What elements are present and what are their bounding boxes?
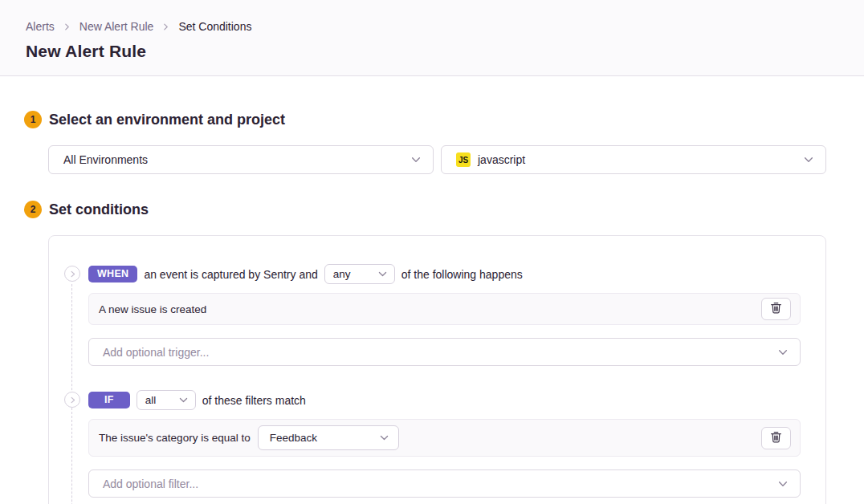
delete-trigger-button[interactable]	[761, 298, 791, 320]
when-match-value: any	[333, 268, 351, 280]
if-badge: IF	[88, 392, 130, 408]
if-condition-group: IF all of these filters match The issue'…	[88, 390, 801, 498]
trash-icon	[770, 302, 782, 316]
filter-value-select[interactable]: Feedback	[258, 425, 399, 450]
when-badge: WHEN	[88, 266, 137, 282]
chevron-down-icon	[803, 154, 814, 165]
add-trigger-placeholder: Add optional trigger...	[103, 346, 209, 359]
chevron-down-icon	[379, 433, 389, 443]
when-match-select[interactable]: any	[324, 264, 395, 284]
when-text-after: of the following happens	[401, 268, 523, 281]
chevron-down-icon	[777, 478, 789, 490]
if-header: IF all of these filters match	[88, 390, 801, 410]
main-content: 1 Select an environment and project All …	[0, 76, 864, 504]
trigger-row-label: A new issue is created	[99, 303, 206, 315]
filter-row-label: The issue's category is equal to	[99, 432, 251, 444]
if-match-select[interactable]: all	[137, 390, 196, 410]
environment-select-value: All Environments	[63, 153, 410, 166]
chevron-down-icon	[178, 395, 189, 405]
step2-title: Set conditions	[49, 201, 149, 218]
if-text-after: of these filters match	[202, 394, 306, 407]
when-header: WHEN an event is captured by Sentry and …	[88, 264, 801, 284]
delete-filter-button[interactable]	[761, 427, 791, 449]
page-title: New Alert Rule	[26, 42, 838, 61]
chevron-down-icon	[777, 347, 789, 358]
trash-icon	[770, 431, 782, 445]
add-filter-placeholder: Add optional filter...	[103, 478, 198, 490]
breadcrumb: Alerts New Alert Rule Set Conditions	[26, 20, 838, 33]
step1-number-badge: 1	[24, 111, 42, 128]
chevron-down-icon	[377, 269, 388, 279]
when-text-before: an event is captured by Sentry and	[144, 268, 317, 281]
filter-row: The issue's category is equal to Feedbac…	[88, 419, 801, 457]
collapse-chevron-icon[interactable]	[64, 266, 80, 282]
breadcrumb-alerts[interactable]: Alerts	[26, 20, 55, 33]
step2-heading: 2 Set conditions	[24, 201, 826, 218]
environment-project-row: All Environments JS javascript	[48, 145, 826, 174]
filter-value: Feedback	[270, 432, 317, 444]
breadcrumb-set-conditions: Set Conditions	[178, 20, 251, 33]
project-select[interactable]: JS javascript	[441, 145, 826, 174]
when-condition-group: WHEN an event is captured by Sentry and …	[88, 264, 801, 366]
project-select-value: javascript	[478, 153, 803, 166]
if-match-value: all	[145, 394, 157, 406]
page-header: Alerts New Alert Rule Set Conditions New…	[0, 0, 864, 76]
javascript-platform-icon: JS	[456, 152, 471, 167]
step1-title: Select an environment and project	[49, 112, 285, 128]
chevron-right-icon	[161, 22, 170, 31]
step2-number-badge: 2	[24, 201, 42, 218]
step1-heading: 1 Select an environment and project	[24, 111, 826, 128]
collapse-chevron-icon[interactable]	[64, 392, 80, 408]
add-optional-filter-select[interactable]: Add optional filter...	[88, 469, 801, 498]
conditions-card: WHEN an event is captured by Sentry and …	[48, 235, 826, 504]
trigger-row: A new issue is created	[88, 293, 801, 325]
add-optional-trigger-select[interactable]: Add optional trigger...	[88, 338, 801, 366]
chevron-right-icon	[63, 22, 71, 31]
breadcrumb-new-alert-rule[interactable]: New Alert Rule	[79, 20, 154, 33]
chevron-down-icon	[410, 154, 422, 165]
environment-select[interactable]: All Environments	[48, 145, 434, 174]
